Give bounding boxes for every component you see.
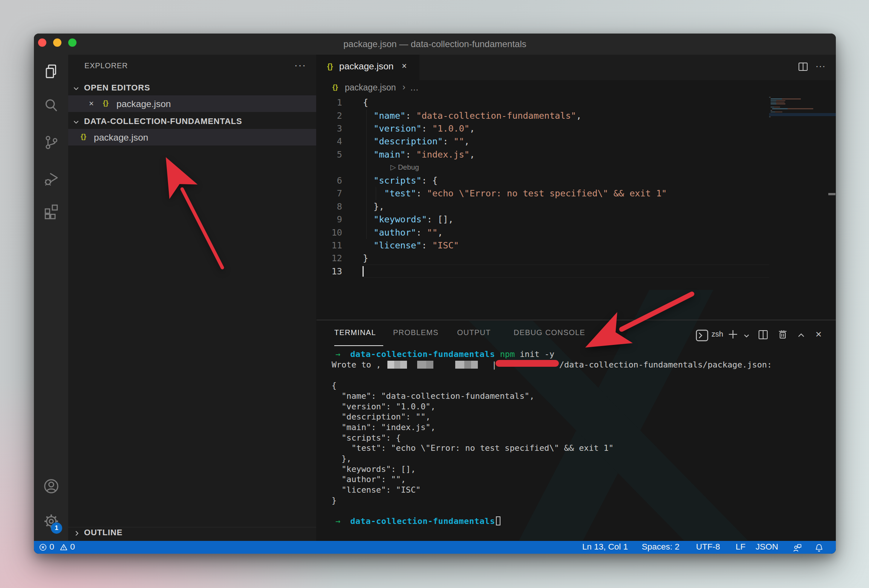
code-line-2: "name": "data-collection-fundamentals", bbox=[363, 109, 581, 122]
line-number-5: 5 bbox=[320, 148, 342, 161]
terminal-line-4: "version": "1.0.0", bbox=[332, 401, 436, 412]
line-number-12: 12 bbox=[320, 252, 342, 265]
kill-terminal-icon[interactable] bbox=[777, 329, 788, 340]
open-editors-header[interactable]: OPEN EDITORS bbox=[68, 80, 316, 96]
cursor-position-status[interactable]: Ln 13, Col 1 bbox=[582, 542, 628, 552]
panel-tab-terminal[interactable]: TERMINAL bbox=[334, 328, 376, 337]
line-number-7: 7 bbox=[320, 187, 342, 200]
folder-section-header[interactable]: DATA-COLLECTION-FUNDAMENTALS bbox=[68, 113, 316, 130]
code-line-4: "description": "", bbox=[363, 135, 470, 148]
line-number-9: 9 bbox=[320, 213, 342, 226]
close-panel-icon[interactable]: × bbox=[815, 328, 822, 340]
editor-pane[interactable]: 1{2 "name": "data-collection-fundamental… bbox=[317, 95, 836, 320]
files-icon[interactable] bbox=[34, 63, 68, 82]
panel-tab-problems[interactable]: PROBLEMS bbox=[393, 328, 439, 337]
terminal-cursor bbox=[496, 516, 500, 525]
language-mode-status[interactable]: JSON bbox=[756, 542, 778, 552]
indentation-status[interactable]: Spaces: 2 bbox=[642, 542, 679, 552]
terminal-line-14: → data-collection-fundamentals bbox=[335, 516, 500, 527]
outline-section-header[interactable]: OUTLINE bbox=[68, 524, 316, 541]
eol-status[interactable]: LF bbox=[736, 542, 745, 552]
file-item-label: package.json bbox=[94, 132, 148, 143]
panel-tab-debug-console[interactable]: DEBUG CONSOLE bbox=[514, 328, 585, 337]
minimap-line bbox=[771, 103, 785, 104]
minimap-line bbox=[769, 116, 771, 117]
window-title: package.json — data-collection-fundament… bbox=[34, 34, 836, 55]
terminal-line-6: "main": "index.js", bbox=[332, 422, 436, 433]
maximize-panel-icon[interactable] bbox=[797, 331, 806, 340]
editor-cursor bbox=[363, 266, 364, 277]
chevron-down-icon bbox=[73, 85, 80, 92]
tab-package-json[interactable]: {} package.json × bbox=[317, 55, 419, 80]
code-line-5: "main": "index.js", bbox=[363, 148, 475, 161]
terminal-line-9: }, bbox=[332, 453, 352, 464]
run-debug-icon[interactable] bbox=[34, 170, 68, 188]
minimap-line bbox=[772, 108, 813, 109]
close-editor-icon[interactable]: × bbox=[89, 99, 94, 109]
codelens-debug[interactable]: ▷ Debug bbox=[390, 161, 419, 174]
extensions-icon[interactable] bbox=[34, 202, 68, 221]
explorer-more-actions-icon[interactable]: ··· bbox=[294, 60, 306, 71]
terminal-tab-underline bbox=[334, 345, 383, 346]
line-number-8: 8 bbox=[320, 200, 342, 213]
minimap-line bbox=[769, 97, 771, 98]
outline-section-label: OUTLINE bbox=[84, 528, 122, 537]
panel-tab-output[interactable]: OUTPUT bbox=[457, 328, 491, 337]
explorer-title: EXPLORER bbox=[84, 61, 128, 70]
code-line-1: { bbox=[363, 96, 368, 109]
open-editor-item-package-json[interactable]: × {} package.json bbox=[68, 95, 316, 112]
terminal-line-7: "scripts": { bbox=[332, 433, 401, 443]
feedback-icon[interactable] bbox=[792, 542, 802, 553]
terminal-line-10: "keywords": [], bbox=[332, 464, 416, 475]
status-bar: 0 0 Ln 13, Col 1 Spaces: 2 UTF-8 LF JSON bbox=[34, 541, 836, 554]
redaction-box bbox=[455, 361, 478, 369]
encoding-status[interactable]: UTF-8 bbox=[696, 542, 720, 552]
breadcrumb-file[interactable]: package.json bbox=[345, 83, 396, 93]
code-line-7: "test": "echo \"Error: no test specified… bbox=[363, 187, 667, 200]
redaction-box bbox=[387, 361, 407, 369]
terminal-panel[interactable]: zsh × TERMINALPROBLEMSOUTPUTDEBUG CONSOL… bbox=[317, 320, 836, 541]
split-editor-icon[interactable] bbox=[797, 61, 809, 72]
breadcrumb-symbol[interactable]: … bbox=[410, 83, 419, 93]
notifications-bell-icon[interactable] bbox=[814, 542, 824, 553]
problems-status[interactable]: 0 0 bbox=[39, 542, 75, 552]
minimap-line bbox=[771, 110, 772, 111]
editor-tabstrip: {} package.json × ··· bbox=[317, 55, 836, 80]
terminal-line-12: "license": "ISC" bbox=[332, 485, 421, 495]
terminal-shell-icon bbox=[696, 329, 708, 341]
terminal-dropdown-icon[interactable] bbox=[743, 332, 750, 339]
tab-close-icon[interactable]: × bbox=[402, 61, 407, 71]
terminal-line-11: "author": "", bbox=[332, 474, 406, 485]
terminal-shell-label[interactable]: zsh bbox=[711, 330, 723, 338]
open-editor-file-label: package.json bbox=[116, 99, 171, 109]
activity-bar bbox=[34, 55, 68, 541]
redaction-box bbox=[417, 361, 433, 369]
terminal-line-1: Wrote to , bbox=[332, 360, 381, 370]
minimap-current-line bbox=[769, 113, 836, 116]
terminal-line-13: } bbox=[332, 495, 337, 506]
split-terminal-icon[interactable] bbox=[757, 329, 769, 340]
folder-section-label: DATA-COLLECTION-FUNDAMENTALS bbox=[84, 116, 242, 126]
code-line-11: "license": "ISC" bbox=[363, 239, 459, 252]
terminal-line-2: { bbox=[332, 380, 337, 391]
new-terminal-icon[interactable] bbox=[727, 329, 739, 340]
account-icon[interactable] bbox=[34, 477, 68, 497]
errors-count: 0 bbox=[49, 542, 54, 551]
breadcrumb: {} package.json › … bbox=[317, 80, 836, 95]
search-icon[interactable] bbox=[34, 97, 68, 116]
chevron-down-icon bbox=[73, 118, 80, 126]
file-item-package-json[interactable]: {} package.json bbox=[68, 129, 316, 145]
line-number-6: 6 bbox=[320, 174, 342, 187]
code-line-9: "keywords": [], bbox=[363, 213, 454, 226]
terminal-line-5: "description": "", bbox=[332, 412, 430, 422]
editor-scrollbar-slider[interactable] bbox=[828, 193, 835, 195]
code-line-12: } bbox=[363, 252, 368, 265]
open-editors-label: OPEN EDITORS bbox=[84, 83, 150, 93]
terminal-line-0: → data-collection-fundamentals npm init … bbox=[335, 349, 554, 360]
source-control-icon[interactable] bbox=[34, 134, 68, 153]
code-line-10: "author": "", bbox=[363, 226, 443, 239]
editor-more-actions-icon[interactable]: ··· bbox=[815, 61, 826, 71]
warnings-count: 0 bbox=[70, 542, 75, 551]
minimap-line bbox=[771, 112, 782, 112]
terminal-line-3: "name": "data-collection-fundamentals", bbox=[332, 391, 534, 401]
